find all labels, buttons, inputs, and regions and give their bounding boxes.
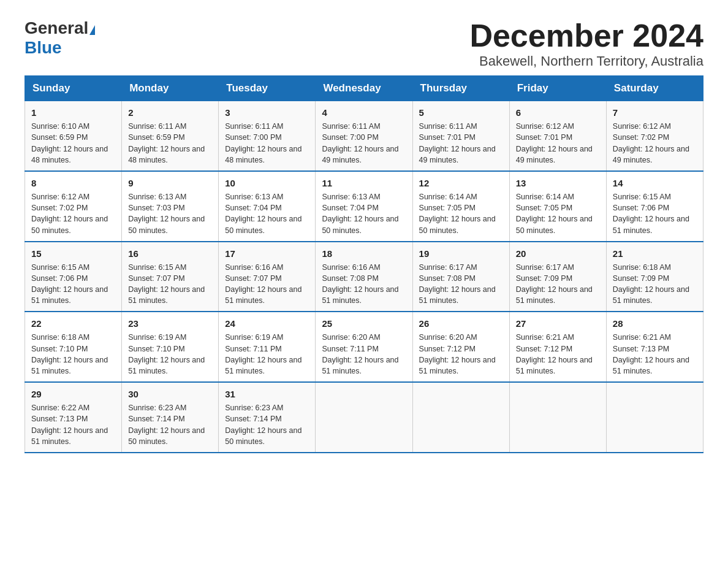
day-info: Sunrise: 6:15 AMSunset: 7:06 PMDaylight:… [613,193,689,235]
table-row: 23Sunrise: 6:19 AMSunset: 7:10 PMDayligh… [122,312,219,382]
day-number: 1 [31,106,115,119]
day-number: 24 [225,317,309,330]
table-row: 8Sunrise: 6:12 AMSunset: 7:02 PMDaylight… [25,171,122,242]
day-number: 6 [516,106,600,119]
calendar-week-row: 15Sunrise: 6:15 AMSunset: 7:06 PMDayligh… [25,242,703,312]
day-info: Sunrise: 6:13 AMSunset: 7:04 PMDaylight:… [322,193,398,235]
day-info: Sunrise: 6:23 AMSunset: 7:14 PMDaylight:… [225,404,301,446]
table-row: 1Sunrise: 6:10 AMSunset: 6:59 PMDaylight… [25,101,122,171]
table-row: 5Sunrise: 6:11 AMSunset: 7:01 PMDaylight… [412,101,509,171]
table-row: 11Sunrise: 6:13 AMSunset: 7:04 PMDayligh… [316,171,412,242]
day-info: Sunrise: 6:11 AMSunset: 6:59 PMDaylight:… [128,122,205,164]
day-info: Sunrise: 6:14 AMSunset: 7:05 PMDaylight:… [419,193,496,235]
day-number: 28 [613,317,697,330]
table-row: 13Sunrise: 6:14 AMSunset: 7:05 PMDayligh… [509,171,606,242]
day-info: Sunrise: 6:17 AMSunset: 7:08 PMDaylight:… [419,263,496,305]
table-row: 31Sunrise: 6:23 AMSunset: 7:14 PMDayligh… [219,382,316,453]
day-number: 4 [322,106,406,119]
logo-general-line: General [25,18,95,38]
day-number: 27 [516,317,600,330]
day-info: Sunrise: 6:16 AMSunset: 7:07 PMDaylight:… [225,263,301,305]
header-tuesday: Tuesday [219,76,316,101]
day-number: 19 [419,247,503,260]
table-row: 28Sunrise: 6:21 AMSunset: 7:13 PMDayligh… [606,312,703,382]
day-number: 22 [31,317,115,330]
table-row: 3Sunrise: 6:11 AMSunset: 7:00 PMDaylight… [219,101,316,171]
table-row [509,382,606,453]
day-info: Sunrise: 6:13 AMSunset: 7:03 PMDaylight:… [128,193,205,235]
day-number: 3 [225,106,309,119]
day-info: Sunrise: 6:11 AMSunset: 7:00 PMDaylight:… [225,122,301,164]
day-number: 13 [516,177,600,190]
table-row: 7Sunrise: 6:12 AMSunset: 7:02 PMDaylight… [606,101,703,171]
day-info: Sunrise: 6:12 AMSunset: 7:02 PMDaylight:… [613,122,689,164]
day-info: Sunrise: 6:22 AMSunset: 7:13 PMDaylight:… [31,404,108,446]
calendar-table: Sunday Monday Tuesday Wednesday Thursday… [25,75,703,453]
day-info: Sunrise: 6:10 AMSunset: 6:59 PMDaylight:… [31,122,108,164]
table-row: 21Sunrise: 6:18 AMSunset: 7:09 PMDayligh… [606,242,703,312]
logo-triangle-icon [89,25,95,35]
table-row: 17Sunrise: 6:16 AMSunset: 7:07 PMDayligh… [219,242,316,312]
day-info: Sunrise: 6:12 AMSunset: 7:01 PMDaylight:… [516,122,593,164]
day-number: 30 [128,388,212,400]
day-number: 7 [613,106,697,119]
day-number: 31 [225,388,309,400]
calendar-title: December 2024 [469,18,703,53]
table-row: 30Sunrise: 6:23 AMSunset: 7:14 PMDayligh… [122,382,219,453]
day-number: 14 [613,177,697,190]
day-info: Sunrise: 6:16 AMSunset: 7:08 PMDaylight:… [322,263,398,305]
calendar-header-row: Sunday Monday Tuesday Wednesday Thursday… [25,76,703,101]
calendar-week-row: 22Sunrise: 6:18 AMSunset: 7:10 PMDayligh… [25,312,703,382]
day-number: 5 [419,106,503,119]
table-row: 27Sunrise: 6:21 AMSunset: 7:12 PMDayligh… [509,312,606,382]
title-block: December 2024 Bakewell, Northern Territo… [469,18,703,69]
table-row: 12Sunrise: 6:14 AMSunset: 7:05 PMDayligh… [412,171,509,242]
table-row: 15Sunrise: 6:15 AMSunset: 7:06 PMDayligh… [25,242,122,312]
day-number: 9 [128,177,212,190]
table-row: 18Sunrise: 6:16 AMSunset: 7:08 PMDayligh… [316,242,412,312]
day-info: Sunrise: 6:12 AMSunset: 7:02 PMDaylight:… [31,193,108,235]
day-info: Sunrise: 6:18 AMSunset: 7:10 PMDaylight:… [31,333,108,375]
calendar-week-row: 1Sunrise: 6:10 AMSunset: 6:59 PMDaylight… [25,101,703,171]
day-info: Sunrise: 6:15 AMSunset: 7:06 PMDaylight:… [31,263,108,305]
table-row: 26Sunrise: 6:20 AMSunset: 7:12 PMDayligh… [412,312,509,382]
day-number: 23 [128,317,212,330]
header-friday: Friday [509,76,606,101]
day-number: 11 [322,177,406,190]
day-info: Sunrise: 6:17 AMSunset: 7:09 PMDaylight:… [516,263,593,305]
day-info: Sunrise: 6:19 AMSunset: 7:10 PMDaylight:… [128,333,205,375]
day-info: Sunrise: 6:19 AMSunset: 7:11 PMDaylight:… [225,333,301,375]
day-number: 15 [31,247,115,260]
day-number: 2 [128,106,212,119]
header-sunday: Sunday [25,76,122,101]
day-number: 16 [128,247,212,260]
day-info: Sunrise: 6:13 AMSunset: 7:04 PMDaylight:… [225,193,301,235]
day-info: Sunrise: 6:21 AMSunset: 7:12 PMDaylight:… [516,333,593,375]
calendar-subtitle: Bakewell, Northern Territory, Australia [469,53,703,69]
table-row: 20Sunrise: 6:17 AMSunset: 7:09 PMDayligh… [509,242,606,312]
table-row: 9Sunrise: 6:13 AMSunset: 7:03 PMDaylight… [122,171,219,242]
table-row: 6Sunrise: 6:12 AMSunset: 7:01 PMDaylight… [509,101,606,171]
day-number: 29 [31,388,115,400]
day-info: Sunrise: 6:20 AMSunset: 7:12 PMDaylight:… [419,333,496,375]
table-row: 4Sunrise: 6:11 AMSunset: 7:00 PMDaylight… [316,101,412,171]
table-row: 19Sunrise: 6:17 AMSunset: 7:08 PMDayligh… [412,242,509,312]
header-wednesday: Wednesday [316,76,412,101]
calendar-week-row: 8Sunrise: 6:12 AMSunset: 7:02 PMDaylight… [25,171,703,242]
logo-blue-line: Blue [25,38,62,58]
table-row: 24Sunrise: 6:19 AMSunset: 7:11 PMDayligh… [219,312,316,382]
day-info: Sunrise: 6:15 AMSunset: 7:07 PMDaylight:… [128,263,205,305]
calendar-week-row: 29Sunrise: 6:22 AMSunset: 7:13 PMDayligh… [25,382,703,453]
day-info: Sunrise: 6:11 AMSunset: 7:01 PMDaylight:… [419,122,496,164]
table-row: 10Sunrise: 6:13 AMSunset: 7:04 PMDayligh… [219,171,316,242]
page-header: General Blue December 2024 Bakewell, Nor… [25,18,703,69]
logo-general-text: General [25,18,88,37]
day-number: 18 [322,247,406,260]
day-number: 20 [516,247,600,260]
table-row: 16Sunrise: 6:15 AMSunset: 7:07 PMDayligh… [122,242,219,312]
logo-blue-text: Blue [25,38,62,57]
table-row: 29Sunrise: 6:22 AMSunset: 7:13 PMDayligh… [25,382,122,453]
table-row [606,382,703,453]
day-number: 25 [322,317,406,330]
table-row: 14Sunrise: 6:15 AMSunset: 7:06 PMDayligh… [606,171,703,242]
